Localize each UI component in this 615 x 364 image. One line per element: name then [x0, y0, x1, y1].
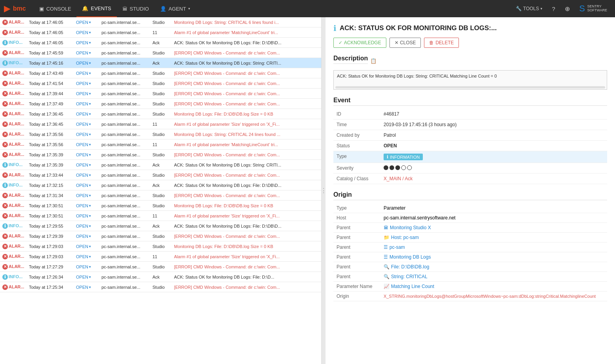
event-status-cell[interactable]: OPEN▾	[74, 201, 99, 211]
string-critical-link[interactable]: 🔍 String: CRITICAL	[384, 274, 428, 279]
nav-extra[interactable]: ⊕	[561, 0, 574, 17]
close-button[interactable]: ✕ CLOSE	[389, 38, 421, 48]
table-row[interactable]: ✕ALAR...Today at 17:35:56OPEN▾pc-sam.int…	[0, 129, 321, 139]
acknowledge-label: ACKNOWLEDGE	[344, 40, 381, 45]
event-time-cell: Today at 17:26:34	[27, 272, 74, 282]
nav-console[interactable]: ▣ CONSOLE	[34, 0, 77, 17]
table-row[interactable]: ℹINFO...Today at 17:45:16OPEN▾pc-sam.int…	[0, 58, 321, 68]
table-row[interactable]: ✕ALAR...Today at 17:43:49OPEN▾pc-sam.int…	[0, 68, 321, 78]
info-badge-icon: ℹ	[2, 223, 8, 229]
table-row[interactable]: ✕ALAR...Today at 17:39:44OPEN▾pc-sam.int…	[0, 89, 321, 99]
event-time-cell: Today at 17:46:05	[27, 17, 74, 27]
table-row[interactable]: ✕ALAR...Today at 17:29:03OPEN▾pc-sam.int…	[0, 241, 321, 252]
event-status-cell[interactable]: OPEN▾	[74, 231, 99, 241]
status-open-label: OPEN	[76, 20, 88, 25]
alarm-badge-icon: ✕	[2, 284, 8, 290]
event-status-cell[interactable]: OPEN▾	[74, 282, 99, 292]
event-class-cell: Studio	[150, 282, 172, 292]
event-catalog-value: X_MAIN / Ack	[380, 174, 607, 184]
nav-tools[interactable]: 🔧 TOOLS ▾	[512, 0, 546, 17]
origin-full-path: X_STRING.monitoringDbLogs@hostGroupMicro…	[384, 294, 596, 299]
table-row[interactable]: ✕ALAR...Today at 17:33:44OPEN▾pc-sam.int…	[0, 170, 321, 180]
table-row[interactable]: ✕ALAR...Today at 17:27:29OPEN▾pc-sam.int…	[0, 262, 321, 272]
event-status-cell[interactable]: OPEN▾	[74, 170, 99, 180]
event-status-cell[interactable]: OPEN▾	[74, 119, 99, 129]
event-status-cell[interactable]: OPEN▾	[74, 262, 99, 272]
event-status-cell[interactable]: OPEN▾	[74, 150, 99, 160]
table-row[interactable]: ✕ALAR...Today at 17:41:54OPEN▾pc-sam.int…	[0, 78, 321, 89]
table-row[interactable]: ✕ALAR...Today at 17:46:05OPEN▾pc-sam.int…	[0, 17, 321, 27]
description-scrollbar[interactable]	[335, 86, 605, 89]
event-status-cell[interactable]: OPEN▾	[74, 99, 99, 109]
file-db-link[interactable]: 🔍 File: D:\DB\DB.log	[384, 264, 429, 270]
monitoring-dblogs-link[interactable]: ☰ Monitoring DB Logs	[384, 254, 431, 260]
event-status-cell[interactable]: OPEN▾	[74, 58, 99, 68]
table-row[interactable]: ✕ALAR...Today at 17:46:05OPEN▾pc-sam.int…	[0, 27, 321, 38]
table-row[interactable]: ✕ALAR...Today at 17:36:45OPEN▾pc-sam.int…	[0, 119, 321, 129]
table-row[interactable]: ℹINFO...Today at 17:29:55OPEN▾pc-sam.int…	[0, 221, 321, 231]
nav-events[interactable]: 🔔 EVENTS	[76, 0, 116, 17]
nav-help[interactable]: ?	[548, 0, 559, 17]
table-row[interactable]: ℹINFO...Today at 17:26:34OPEN▾pc-sam.int…	[0, 272, 321, 282]
event-status-cell[interactable]: OPEN▾	[74, 89, 99, 99]
event-status-cell[interactable]: OPEN▾	[74, 129, 99, 139]
event-status-cell[interactable]: OPEN▾	[74, 252, 99, 262]
table-row[interactable]: ✕ALAR...Today at 17:31:34OPEN▾pc-sam.int…	[0, 190, 321, 201]
agent-icon: 👤	[160, 6, 166, 12]
status-chevron-icon: ▾	[89, 41, 91, 45]
table-row[interactable]: ✕ALAR...Today at 17:35:39OPEN▾pc-sam.int…	[0, 150, 321, 160]
origin-parent2-label: Parent	[333, 233, 380, 243]
host-pcsam-link[interactable]: 📁 Host: pc-sam	[384, 235, 419, 240]
table-row[interactable]: ✕ALAR...Today at 17:36:45OPEN▾pc-sam.int…	[0, 109, 321, 119]
event-status-cell[interactable]: OPEN▾	[74, 48, 99, 58]
event-time-cell: Today at 17:31:34	[27, 190, 74, 201]
delete-button[interactable]: 🗑 DELETE	[424, 38, 459, 48]
catalog-link[interactable]: X_MAIN / Ack	[384, 176, 413, 181]
table-row[interactable]: ✕ALAR...Today at 17:29:39OPEN▾pc-sam.int…	[0, 231, 321, 241]
pcsam-link[interactable]: ☰ pc-sam	[384, 244, 405, 250]
event-status-cell[interactable]: OPEN▾	[74, 139, 99, 150]
event-status-cell[interactable]: OPEN▾	[74, 78, 99, 89]
event-host-cell: pc-sam.internal.se...	[99, 129, 150, 139]
nav-agent[interactable]: 👤 AGENT ▾	[155, 0, 196, 17]
table-row[interactable]: ℹINFO...Today at 17:46:05OPEN▾pc-sam.int…	[0, 38, 321, 48]
event-status-cell[interactable]: OPEN▾	[74, 160, 99, 170]
event-status-cell[interactable]: OPEN▾	[74, 241, 99, 252]
table-row[interactable]: ✕ALAR...Today at 17:37:49OPEN▾pc-sam.int…	[0, 99, 321, 109]
info-badge-icon: ℹ	[2, 162, 8, 168]
event-status-cell[interactable]: OPEN▾	[74, 109, 99, 119]
event-status-cell[interactable]: OPEN▾	[74, 38, 99, 48]
table-row[interactable]: ✕ALAR...Today at 17:25:34OPEN▾pc-sam.int…	[0, 282, 321, 292]
table-row[interactable]: ✕ALAR...Today at 17:29:03OPEN▾pc-sam.int…	[0, 252, 321, 262]
event-status-cell[interactable]: OPEN▾	[74, 211, 99, 221]
acknowledge-button[interactable]: ✓ ACKNOWLEDGE	[333, 38, 386, 48]
table-row[interactable]: ✕ALAR...Today at 17:35:56OPEN▾pc-sam.int…	[0, 139, 321, 150]
event-status-cell[interactable]: OPEN▾	[74, 68, 99, 78]
tools-chevron-icon: ▾	[540, 7, 542, 11]
event-status-cell[interactable]: OPEN▾	[74, 190, 99, 201]
bmc-logo[interactable]: ▶ bmc	[4, 4, 26, 14]
event-section-title: Event	[333, 97, 607, 106]
event-status-cell[interactable]: OPEN▾	[74, 221, 99, 231]
table-row[interactable]: ℹINFO...Today at 17:35:39OPEN▾pc-sam.int…	[0, 160, 321, 170]
event-type-label: ALAR...	[9, 264, 24, 269]
event-catalog-label: Catalog / Class	[333, 174, 380, 184]
event-status-cell[interactable]: OPEN▾	[74, 27, 99, 38]
detail-panel: ℹ ACK: STATUS OK FOR MONITORING DB LOGS:…	[326, 17, 615, 364]
event-class-cell: Ack	[150, 221, 172, 231]
matching-line-count-link[interactable]: 📈 Matching Line Count	[384, 284, 434, 289]
monitoring-studio-link[interactable]: 🏛 Monitoring Studio X	[384, 225, 431, 230]
event-status-cell[interactable]: OPEN▾	[74, 180, 99, 190]
event-message-cell: [ERROR] CMD Windows - Command: dir c:\wi…	[172, 190, 321, 201]
table-row[interactable]: ✕ALAR...Today at 17:30:51OPEN▾pc-sam.int…	[0, 201, 321, 211]
panel-resize-handle[interactable]: ⋮	[322, 17, 326, 364]
nav-studio[interactable]: 🏛 STUDIO	[117, 0, 155, 17]
table-row[interactable]: ℹINFO...Today at 17:32:15OPEN▾pc-sam.int…	[0, 180, 321, 190]
table-row[interactable]: ✕ALAR...Today at 17:45:59OPEN▾pc-sam.int…	[0, 48, 321, 58]
event-status-cell[interactable]: OPEN▾	[74, 272, 99, 282]
status-chevron-icon: ▾	[89, 234, 91, 238]
nav-extra-icon: ⊕	[565, 5, 570, 13]
copy-icon[interactable]: 📋	[370, 58, 377, 64]
table-row[interactable]: ✕ALAR...Today at 17:30:51OPEN▾pc-sam.int…	[0, 211, 321, 221]
event-status-cell[interactable]: OPEN▾	[74, 17, 99, 27]
